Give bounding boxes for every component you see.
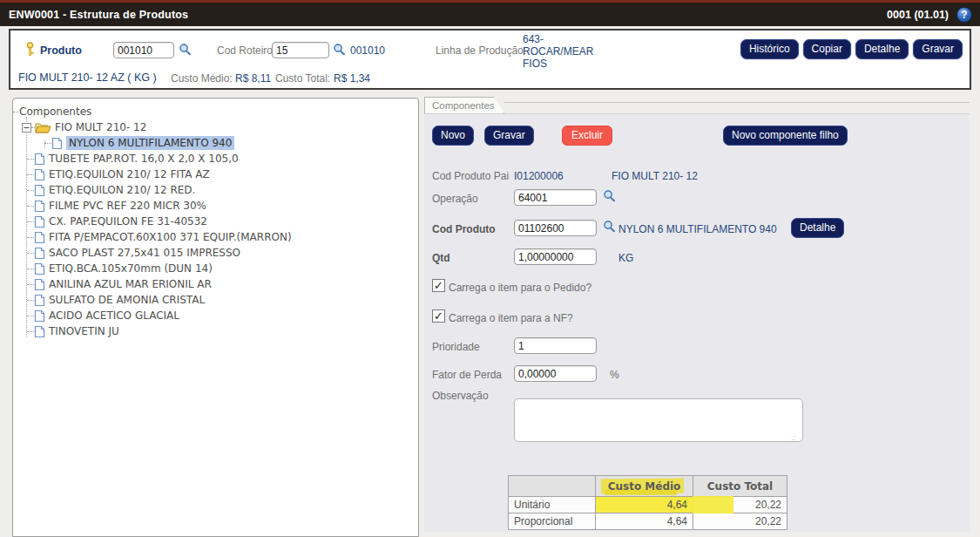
tree-node-parent[interactable]: − FIO MULT 210- 12 [13, 119, 418, 135]
unitario-custo-medio: 4,64 [596, 497, 693, 513]
cod-produto-pai-label: Cod Produto Pai [432, 170, 509, 182]
operacao-search-icon[interactable] [603, 189, 616, 202]
tree-item-label: ACIDO ACETICO GLACIAL [49, 309, 179, 322]
qtd-input[interactable] [514, 248, 597, 265]
custo-medio-value: R$ 8,11 [235, 72, 271, 85]
document-icon [34, 168, 45, 181]
document-icon [34, 200, 45, 213]
observacao-textarea[interactable] [514, 398, 803, 442]
gravar-button[interactable]: Gravar [913, 39, 963, 59]
produto-code-display: 001010 [350, 44, 385, 57]
tree-item-label: CX. PAP.EQUILON FE 31-40532 [49, 215, 207, 228]
document-icon [34, 153, 45, 166]
cod-produto-search-icon[interactable] [603, 220, 616, 233]
document-icon [34, 247, 45, 260]
tab-divider [504, 102, 970, 103]
linha-producao-value: 643-ROCAR/MEAR FIOS [523, 33, 603, 70]
resize-grip-icon[interactable]: .: [791, 433, 795, 442]
tree-item[interactable]: ETIQ.EQUILON 210/ 12 FITA AZ [13, 167, 418, 182]
detalhe-componente-button[interactable]: Detalhe [791, 218, 844, 238]
tree-parent-label: FIO MULT 210- 12 [55, 121, 146, 133]
help-icon[interactable]: ? [956, 7, 972, 23]
tree-item-label: ANILINA AZUL MAR ERIONIL AR [49, 278, 212, 290]
tree-item[interactable]: CX. PAP.EQUILON FE 31-40532 [13, 214, 418, 229]
novo-button[interactable]: Novo [432, 126, 474, 146]
tree-item-label: ETIQ.EQUILON 210/ 12 FITA AZ [49, 168, 210, 180]
detalhe-button[interactable]: Detalhe [855, 39, 909, 59]
document-icon [34, 325, 45, 338]
row-label: Proporcional [509, 513, 596, 530]
document-icon [34, 278, 45, 291]
linha-producao-label: Linha de Produção: [436, 44, 526, 57]
historico-button[interactable]: Histórico [740, 39, 799, 59]
costs-table: Custo Médio Custo Total Unitário 4,64 20… [508, 475, 787, 530]
cod-produto-pai-desc: FIO MULT 210- 12 [612, 170, 698, 182]
component-detail-panel: Componentes Novo Gravar Excluir Novo com… [424, 97, 970, 532]
produto-label: Produto [40, 44, 82, 57]
tree-item[interactable]: ETIQ.BCA.105x70mm (DUN 14) [13, 261, 418, 276]
prioridade-input[interactable] [514, 337, 597, 354]
custo-medio-column-header: Custo Médio [596, 476, 693, 497]
document-icon [34, 294, 45, 307]
custo-total-value: R$ 1,34 [334, 72, 370, 85]
cod-produto-pai-value: I01200006 [514, 170, 564, 182]
fator-perda-input[interactable] [514, 365, 597, 382]
cod-roteiro-search-icon[interactable] [333, 43, 346, 56]
row-label: Unitário [509, 497, 596, 513]
document-icon [34, 231, 45, 244]
tree-item[interactable]: SACO PLAST 27,5x41 015 IMPRESSO [13, 245, 418, 261]
gravar-componente-button[interactable]: Gravar [484, 126, 534, 146]
cod-roteiro-input[interactable] [272, 42, 329, 58]
product-header-box: Produto Cod Roteiro 001010 Linha de Prod… [9, 29, 971, 90]
tree-item[interactable]: TINOVETIN JU [13, 323, 418, 339]
operacao-label: Operação [432, 193, 478, 205]
document-icon [34, 262, 45, 275]
collapse-expander-icon[interactable]: − [22, 123, 31, 133]
carrega-nf-checkbox[interactable]: ✓ [432, 309, 445, 323]
cod-produto-input[interactable] [514, 220, 597, 236]
tab-componentes[interactable]: Componentes [424, 97, 504, 113]
tree-item-label: TINOVETIN JU [49, 325, 119, 337]
costs-header-row: Custo Médio Custo Total [509, 476, 787, 497]
costs-empty-header [509, 476, 596, 497]
tree-item[interactable]: ACIDO ACETICO GLACIAL [13, 308, 418, 323]
title-bar: ENW0001 - Estrutura de Produtos 0001 (01… [0, 0, 980, 26]
document-icon [34, 184, 45, 197]
produto-descricao: FIO MULT 210- 12 AZ ( KG ) [18, 71, 157, 84]
document-icon [34, 215, 45, 228]
prioridade-label: Prioridade [432, 341, 480, 353]
tree-item-label: FILME PVC REF 220 MICR 30% [49, 200, 206, 212]
tree-item-label: ETIQ.BCA.105x70mm (DUN 14) [49, 262, 213, 275]
custo-total-label: Custo Total: [275, 72, 330, 85]
cod-produto-desc: NYLON 6 MULTIFILAMENTO 940 [618, 223, 777, 235]
proporcional-custo-medio: 4,64 [596, 513, 693, 530]
cod-produto-label: Cod Produto [432, 223, 496, 235]
tree-item[interactable]: ANILINA AZUL MAR ERIONIL AR [13, 276, 418, 292]
operacao-input[interactable] [514, 189, 597, 206]
produto-input[interactable] [113, 42, 174, 58]
fator-perda-unit: % [610, 369, 619, 381]
tree-item[interactable]: ETIQ.EQUILON 210/ 12 RED. [13, 182, 418, 198]
produto-search-icon[interactable] [179, 43, 192, 56]
version-label: 0001 (01.01) [887, 9, 949, 21]
tree-item-selected[interactable]: NYLON 6 MULTIFILAMENTO 940 [13, 135, 418, 151]
custo-total-column-header: Custo Total [693, 476, 787, 497]
carrega-pedido-checkbox[interactable]: ✓ [432, 279, 445, 292]
components-tree-panel: Componentes − FIO MULT 210- 12 NYLON 6 M… [12, 98, 419, 537]
component-form: Novo Gravar Excluir Novo componente filh… [424, 113, 970, 532]
tree-root-label: Componentes [19, 105, 91, 118]
table-row-proporcional: Proporcional 4,64 20,22 [509, 513, 787, 530]
qtd-unit-label: KG [618, 252, 633, 264]
novo-componente-filho-button[interactable]: Novo componente filho [723, 126, 848, 146]
tree-item[interactable]: FITA P/EMPACOT.60X100 371 EQUIP.(MARRON) [13, 229, 418, 245]
tree-item[interactable]: TUBETE PAP.ROT. 16,0 X 2,0 X 105,0 [13, 151, 418, 167]
tree-item-label: FITA P/EMPACOT.60X100 371 EQUIP.(MARRON) [49, 231, 292, 243]
tree-item[interactable]: SULFATO DE AMONIA CRISTAL [13, 292, 418, 308]
copiar-button[interactable]: Copiar [803, 39, 851, 59]
page-title: ENW0001 - Estrutura de Produtos [9, 9, 188, 21]
cod-roteiro-label: Cod Roteiro [217, 44, 273, 57]
table-row-unitario: Unitário 4,64 20,22 [509, 497, 787, 513]
tree-item[interactable]: FILME PVC REF 220 MICR 30% [13, 198, 418, 214]
excluir-button[interactable]: Excluir [562, 126, 612, 146]
tree-root[interactable]: Componentes [13, 104, 418, 119]
